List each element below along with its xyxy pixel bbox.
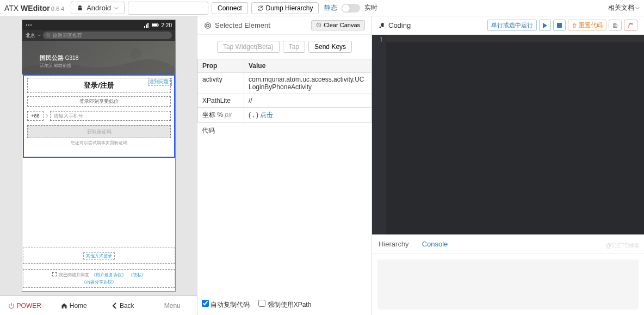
issue-link[interactable]: 遇到问题? <box>148 78 172 86</box>
run-controls: 单行或选中运行 重置代码 <box>487 20 637 31</box>
dialog-hint: 您还可以尝试填本页面验证码 <box>27 140 171 146</box>
other-login-link[interactable]: 其他方式登录 <box>83 252 115 260</box>
power-icon <box>8 302 15 309</box>
chevron-left-icon <box>112 302 117 309</box>
prop-xpathlite: XPathLite <box>198 94 244 108</box>
clear-canvas-button[interactable]: Clear Canvas <box>311 20 365 30</box>
stop-button[interactable] <box>553 20 566 31</box>
save-button[interactable] <box>609 20 622 31</box>
hero-title: 国民公路 G318 <box>40 54 78 62</box>
power-button[interactable]: POWER <box>0 296 49 315</box>
other-login-row: 其他方式登录 <box>23 248 175 264</box>
svg-rect-11 <box>557 23 562 28</box>
agree-link-3[interactable]: 《内容分享协议》 <box>82 279 116 285</box>
brand-bold: WEditor <box>21 4 50 13</box>
svg-point-6 <box>47 34 49 36</box>
table-header-row: Prop Value <box>198 59 371 73</box>
menu-label: Menu <box>164 302 181 310</box>
app-search[interactable]: 旅游景区推荐 <box>43 32 172 39</box>
console-output <box>377 260 639 310</box>
col-value: Value <box>244 59 371 73</box>
connect-button[interactable]: Connect <box>212 2 248 14</box>
device-column: 2:20 北京 旅游景区推荐 国民公路 G318 沃尔沃 瞭敢前路 <box>0 16 197 315</box>
home-button[interactable]: Home <box>49 296 99 315</box>
code-editor[interactable]: 1 <box>372 35 644 234</box>
trash-icon <box>572 23 577 28</box>
tap-button[interactable]: Tap <box>283 41 305 53</box>
dialog-subtitle: 登录即刻享受低价 <box>27 96 171 107</box>
get-code-button[interactable]: 获取验证码 <box>27 125 171 138</box>
device-controls: POWER Home Back Menu <box>0 295 197 315</box>
svg-rect-4 <box>158 24 159 26</box>
platform-dropdown[interactable]: Android <box>71 2 125 14</box>
coding-column: Coding 单行或选中运行 重置代码 <box>372 16 644 315</box>
login-dialog-selected[interactable]: 遇到问题? 登录/注册 登录即刻享受低价 +86 请输入手机号 获取验证码 您还… <box>23 75 175 158</box>
toggle-switch[interactable] <box>342 4 360 13</box>
coord-click-link[interactable]: 点击 <box>260 111 273 119</box>
refresh-icon <box>257 5 264 11</box>
svg-rect-5 <box>152 24 157 26</box>
table-row: XPathLite // <box>198 94 371 108</box>
action-buttons: Tap Widget(Beta) Tap Send Keys <box>197 35 371 59</box>
chevron-down-icon <box>635 6 640 10</box>
app-header: ATX WEditor0.6.4 Android Connect Dump Hi… <box>0 0 644 16</box>
reset-code-button[interactable]: 重置代码 <box>568 20 606 31</box>
output-tabs: Hierarchy Console <box>372 234 644 254</box>
svg-point-2 <box>30 24 32 26</box>
tap-widget-button[interactable]: Tap Widget(Beta) <box>217 41 280 53</box>
dump-label: Dump Hierarchy <box>266 4 313 12</box>
status-time: 2:20 <box>162 22 172 28</box>
country-code[interactable]: +86 <box>27 111 44 121</box>
phone-frame: 2:20 北京 旅游景区推荐 国民公路 G318 沃尔沃 瞭敢前路 <box>22 20 176 292</box>
agree-checkbox[interactable] <box>52 272 57 276</box>
props-table: Prop Value activity com.mqunar.atom.uc.a… <box>197 59 371 123</box>
city-caret-icon <box>38 34 41 37</box>
tab-console[interactable]: Console <box>422 236 448 252</box>
inspector-column: Selected Element Clear Canvas Tap Widget… <box>197 16 372 315</box>
selected-element-header: Selected Element Clear Canvas <box>197 16 371 35</box>
power-label: POWER <box>17 302 41 310</box>
menu-button[interactable]: Menu <box>148 296 197 315</box>
force-xpath-checkbox[interactable]: 强制使用XPath <box>258 300 311 310</box>
search-icon <box>46 33 51 38</box>
serial-input[interactable] <box>128 2 208 15</box>
agree-link-2[interactable]: 《隐私》 <box>128 272 146 278</box>
svg-point-7 <box>131 48 141 59</box>
coding-title: Coding <box>388 21 411 29</box>
coding-header: Coding 单行或选中运行 重置代码 <box>372 16 644 35</box>
city-label: 北京 <box>26 32 35 39</box>
platform-label: Android <box>86 4 111 12</box>
brand-version: 0.6.4 <box>51 5 64 12</box>
dump-hierarchy-button[interactable]: Dump Hierarchy <box>251 2 319 14</box>
run-selected-button[interactable]: 单行或选中运行 <box>487 20 537 31</box>
tab-hierarchy[interactable]: Hierarchy <box>379 236 409 252</box>
status-bar: 2:20 <box>22 20 175 30</box>
menu-dots-icon <box>26 23 32 27</box>
battery-icon <box>152 23 159 27</box>
save-icon <box>612 23 618 28</box>
clear-icon <box>316 22 321 28</box>
send-keys-button[interactable]: Send Keys <box>308 41 352 53</box>
selected-element-title: Selected Element <box>215 21 270 29</box>
static-label: 静态 <box>324 3 337 13</box>
back-button[interactable]: Back <box>98 296 148 315</box>
auto-copy-checkbox[interactable]: 自动复制代码 <box>202 300 250 310</box>
brand: ATX WEditor0.6.4 <box>4 4 64 13</box>
refresh-code-button[interactable] <box>624 20 637 31</box>
run-button[interactable] <box>539 20 551 31</box>
chevron-right-icon <box>45 114 49 118</box>
hero-banner: 国民公路 G318 沃尔沃 瞭敢前路 <box>22 41 175 75</box>
phone-number-field[interactable]: 请输入手机号 <box>50 111 171 121</box>
docs-label: 相关文档 <box>608 3 634 13</box>
agree-link-1[interactable]: 《用户服务协议》 <box>91 272 126 278</box>
android-icon <box>77 5 83 11</box>
console-panel <box>372 254 644 315</box>
editor-gutter: 1 <box>372 35 386 234</box>
play-icon <box>543 23 547 28</box>
svg-point-8 <box>205 22 211 28</box>
docs-link[interactable]: 相关文档 <box>608 3 640 13</box>
mode-toggle: 静态 实时 <box>324 3 377 13</box>
brand-prefix: ATX <box>4 4 21 13</box>
app-topbar: 北京 旅游景区推荐 <box>22 30 175 41</box>
prop-activity: activity <box>198 73 244 94</box>
